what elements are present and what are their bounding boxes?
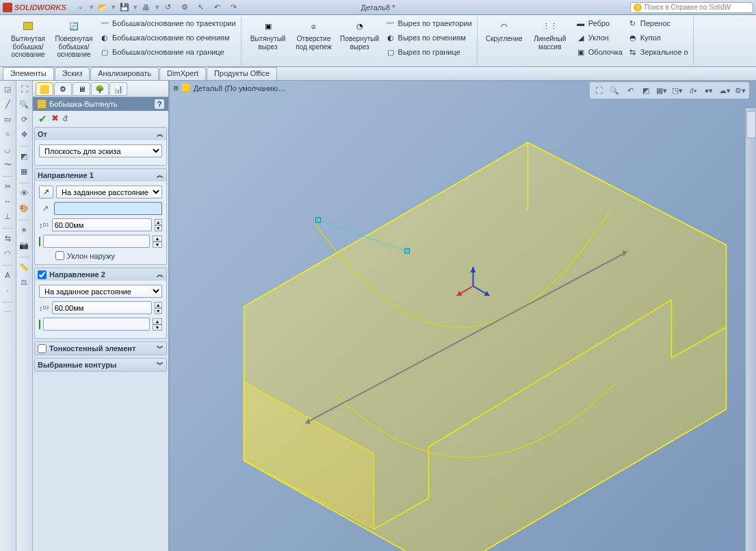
swept-boss-button[interactable]: 〰Бобышка/основание по траектории xyxy=(97,16,238,30)
circle-button[interactable]: ○ xyxy=(0,127,15,141)
measure-button[interactable]: 📏 xyxy=(16,260,31,274)
draft2-down[interactable]: ▼ xyxy=(153,324,162,331)
pm-ok-button[interactable]: ✔ xyxy=(38,113,47,124)
rib-button[interactable]: ▬Ребро xyxy=(573,16,625,30)
wrap-button[interactable]: ↻Перенос xyxy=(625,16,690,30)
swept-cut-button[interactable]: 〰Вырез по траектории xyxy=(383,16,474,30)
point-button[interactable]: · xyxy=(0,283,15,297)
help-search[interactable]: ? Поиск в Справке по SolidW xyxy=(630,2,753,13)
lofted-boss-button[interactable]: ◐Бобышка/основание по сечениям xyxy=(97,31,238,44)
depth1-input[interactable] xyxy=(52,218,152,231)
camera-button[interactable]: 📷 xyxy=(16,238,31,252)
pan-button[interactable]: ✥ xyxy=(16,127,31,141)
draft2-input[interactable] xyxy=(43,318,150,331)
tab-evaluate[interactable]: Анализировать xyxy=(90,67,159,80)
relation-button[interactable]: ⊥ xyxy=(0,209,15,223)
depth2-down[interactable]: ▼ xyxy=(155,308,162,314)
end-condition2-select[interactable]: На заданное расстояние xyxy=(39,285,162,298)
zoom-fit-button[interactable]: ⛶ xyxy=(16,82,31,96)
rebuild-button[interactable]: ↺ xyxy=(161,1,176,14)
options-button[interactable]: ⚙ xyxy=(177,1,192,14)
thin-feature-group-header[interactable]: Тонкостенный элемент︾ xyxy=(35,342,166,355)
draft1-down[interactable]: ▼ xyxy=(153,242,162,248)
shell-button[interactable]: ▣Оболочка xyxy=(573,45,625,59)
pm-tab-feature[interactable]: 🟨 xyxy=(36,82,53,96)
draft1-input[interactable] xyxy=(43,235,150,248)
view-orientation-button[interactable]: ◲ xyxy=(0,82,15,96)
section-view-button[interactable]: ◩ xyxy=(16,149,31,163)
fillet-sketch-button[interactable]: ◠ xyxy=(0,246,15,260)
appearance-button[interactable]: 🎨 xyxy=(16,201,31,215)
command-tabs: Элементы Эскиз Анализировать DimXpert Пр… xyxy=(0,67,756,81)
tab-sketch[interactable]: Эскиз xyxy=(55,67,90,80)
from-select[interactable]: Плоскость для эскиза xyxy=(39,144,162,157)
draft-icon-button[interactable] xyxy=(39,238,40,246)
draft2-up[interactable]: ▲ xyxy=(153,318,162,324)
hide-show-button[interactable]: 👁 xyxy=(16,186,31,200)
rotate-view-button[interactable]: ⟳ xyxy=(16,112,31,126)
text-button[interactable]: A xyxy=(0,268,15,282)
from-group-header[interactable]: От︽ xyxy=(35,128,166,140)
draft2-icon-button[interactable] xyxy=(39,320,40,329)
task-pane[interactable] xyxy=(745,108,756,551)
depth2-input[interactable] xyxy=(52,301,152,314)
display-style-button[interactable]: ▦ xyxy=(16,164,31,178)
direction1-group-header[interactable]: Направление 1︽ xyxy=(35,169,166,181)
fillet-button[interactable]: ◠Скругление xyxy=(482,16,527,45)
tab-office[interactable]: Продукты Office xyxy=(207,67,277,80)
tab-features[interactable]: Элементы xyxy=(3,67,54,80)
new-button[interactable]: ▫ xyxy=(73,1,88,14)
mirror-sketch-button[interactable]: ⇆ xyxy=(0,231,15,245)
mass-button[interactable]: ⚖ xyxy=(16,275,31,289)
linear-pattern-button[interactable]: ⋮⋮Линейный массив xyxy=(527,16,573,53)
direction2-group-header[interactable]: Направление 2︽ xyxy=(35,268,166,281)
lofted-cut-button[interactable]: ◐Вырез по сечениям xyxy=(383,31,474,44)
tab-dimxpert[interactable]: DimXpert xyxy=(159,67,206,80)
pm-tab-display[interactable]: 🖥 xyxy=(73,82,90,96)
selected-contours-group-header[interactable]: Выбранные контуры︾ xyxy=(35,359,166,371)
arc-button[interactable]: ◡ xyxy=(0,142,15,156)
draft-button[interactable]: ◢Уклон xyxy=(573,31,625,44)
revolved-cut-button[interactable]: ◔Повернутый вырез xyxy=(337,16,382,53)
draft-outward-checkbox[interactable]: Уклон наружу xyxy=(55,251,162,260)
pm-tab-study[interactable]: 📊 xyxy=(109,82,127,96)
spline-button[interactable]: 〜 xyxy=(0,157,15,171)
pm-tab-tree[interactable]: 🌳 xyxy=(91,82,109,96)
depth1-down[interactable]: ▼ xyxy=(155,225,162,231)
redo-button[interactable]: ↷ xyxy=(226,1,242,14)
more-button[interactable]: ⋯ xyxy=(0,305,15,319)
extruded-cut-button[interactable]: ▣Вытянутый вырез xyxy=(246,16,291,53)
revolved-boss-button[interactable]: 🔄 Повернутая бобышка/основание xyxy=(51,16,96,61)
dim-button[interactable]: ↔ xyxy=(0,194,15,208)
select-button[interactable]: ↖ xyxy=(194,1,209,14)
pm-tab-config[interactable]: ⚙ xyxy=(54,82,72,96)
pm-help-button[interactable]: ? xyxy=(155,99,164,109)
direction2-enable-checkbox[interactable] xyxy=(38,270,47,279)
hole-wizard-button[interactable]: ⌾Отверстие под крепеж xyxy=(291,16,337,53)
depth2-up[interactable]: ▲ xyxy=(155,302,162,308)
end-condition1-select[interactable]: На заданное расстояние xyxy=(56,185,162,198)
graphics-area[interactable]: ⊞ 🟨 Деталь8 (По умолчанию… ⛶ 🔍 ↶ ◩ ▦▾ ◳▾… xyxy=(170,81,756,551)
mirror-button[interactable]: ⇆Зеркальное о xyxy=(625,45,690,59)
boundary-boss-button[interactable]: ▢Бобышка/основание на границе xyxy=(97,45,238,59)
zoom-area-button[interactable]: 🔍 xyxy=(16,97,31,111)
print-button[interactable]: 🖶 xyxy=(139,1,154,14)
direction-vector-input[interactable] xyxy=(54,202,162,215)
open-button[interactable]: 📂 xyxy=(95,1,110,14)
reverse-direction1-button[interactable]: ↗ xyxy=(39,185,53,198)
save-button[interactable]: 💾 xyxy=(117,1,132,14)
rect-button[interactable]: ▭ xyxy=(0,112,15,126)
thin-feature-checkbox[interactable] xyxy=(38,344,47,353)
draft1-up[interactable]: ▲ xyxy=(153,235,162,242)
undo-button[interactable]: ↶ xyxy=(210,1,225,14)
task-pane-tab[interactable] xyxy=(746,111,756,138)
pm-cancel-button[interactable]: ✖ xyxy=(51,113,59,124)
depth1-up[interactable]: ▲ xyxy=(155,219,162,225)
dome-button[interactable]: ◓Купол xyxy=(625,31,690,44)
boundary-cut-button[interactable]: ▢Вырез по границе xyxy=(383,45,474,59)
scene-button[interactable]: ☀ xyxy=(16,223,31,237)
extruded-boss-button[interactable]: Вытянутая бобышка/основание xyxy=(5,16,51,61)
trim-button[interactable]: ✂ xyxy=(0,179,15,193)
pm-detailed-button[interactable]: ᵭ xyxy=(63,113,68,124)
line-button[interactable]: ╱ xyxy=(0,97,15,111)
